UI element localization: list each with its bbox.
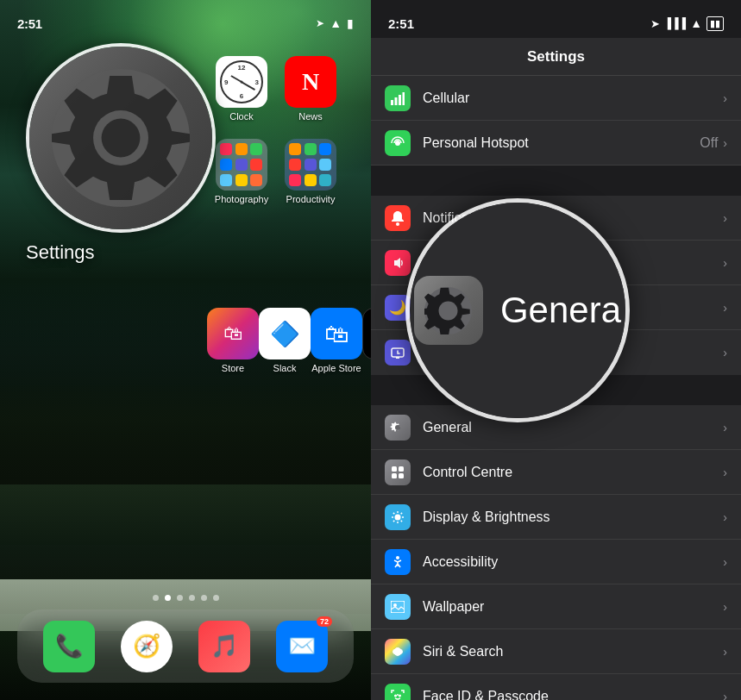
music-symbol: 🎵 xyxy=(210,633,238,659)
svg-line-22 xyxy=(393,512,394,513)
news-app-wrap[interactable]: N News xyxy=(279,56,342,122)
hotspot-value: Off xyxy=(700,135,718,151)
svg-rect-11 xyxy=(396,357,399,359)
clock-12: 12 xyxy=(238,64,246,72)
svg-point-2 xyxy=(102,119,141,158)
clock-app-wrap[interactable]: 12 3 6 9 Clock xyxy=(210,56,273,122)
general-gear-icon xyxy=(414,276,483,345)
app-row-3: 🛍 Store 🔷 Slack 🛍 Apple Store 📺 xyxy=(207,308,345,373)
page-dot-2 xyxy=(165,595,171,601)
applestore-app-wrap[interactable]: 🛍 Apple Store xyxy=(311,308,362,373)
folder-mini-8 xyxy=(235,174,248,186)
accessibility-icon xyxy=(385,549,411,575)
svg-rect-27 xyxy=(391,601,405,613)
photography-app-wrap[interactable]: Photography xyxy=(210,139,273,204)
cellular-label: Cellular xyxy=(423,91,723,106)
control-label: Control Centre xyxy=(423,465,723,480)
folder-mini-6 xyxy=(250,159,262,171)
dock-mail[interactable]: ✉️ 72 xyxy=(276,621,328,672)
store-app-wrap[interactable]: 🛍 Store xyxy=(207,308,259,373)
slack-app-label: Slack xyxy=(273,363,297,373)
folder-mini-5 xyxy=(235,159,248,171)
clock-minute-hand xyxy=(242,81,255,90)
page-dot-3 xyxy=(177,595,183,601)
focus-symbol: 🌙 xyxy=(389,299,406,316)
applestore-symbol: 🛍 xyxy=(324,320,349,348)
svg-rect-14 xyxy=(399,466,404,472)
screentime-svg xyxy=(391,346,405,359)
store-app-label: Store xyxy=(222,363,244,373)
siri-icon xyxy=(385,639,411,665)
applestore-icon: 🛍 xyxy=(311,308,362,359)
siri-svg xyxy=(392,646,404,658)
music-icon: 🎵 xyxy=(198,621,250,672)
settings-item-cellular[interactable]: Cellular › xyxy=(371,76,741,121)
dock-phone[interactable]: 📞 xyxy=(43,621,95,672)
safari-symbol: 🧭 xyxy=(133,633,160,659)
prod-mini-7 xyxy=(289,174,301,186)
screentime-chevron: › xyxy=(723,346,727,359)
svg-point-30 xyxy=(392,648,403,655)
notifications-icon xyxy=(385,205,411,231)
tv-app-wrap[interactable]: 📺 TV xyxy=(362,308,371,373)
store-icon-symbol: 🛍 xyxy=(223,322,242,345)
folder-mini-9 xyxy=(250,174,262,186)
productivity-app-wrap[interactable]: Productivity xyxy=(279,139,342,204)
clock-icon: 12 3 6 9 xyxy=(216,56,267,108)
left-panel: 2:51 ➤ ▲ ▮ Settings xyxy=(0,0,371,700)
page-dot-6 xyxy=(213,595,219,601)
clock-9: 9 xyxy=(224,78,228,86)
general-icon xyxy=(385,415,411,441)
folder-mini-7 xyxy=(220,174,232,186)
control-svg xyxy=(391,466,405,479)
svg-line-24 xyxy=(401,512,402,513)
status-bar-left: 2:51 ➤ ▲ ▮ xyxy=(0,0,371,38)
notifications-svg xyxy=(391,210,405,226)
settings-label-text: Settings xyxy=(26,241,95,263)
svg-rect-15 xyxy=(392,473,397,478)
sounds-chevron: › xyxy=(723,256,727,270)
control-chevron: › xyxy=(723,466,727,479)
cellular-bars-svg xyxy=(391,91,405,105)
status-time-right: 2:51 xyxy=(388,16,414,31)
prod-mini-5 xyxy=(305,159,317,171)
settings-item-wallpaper[interactable]: Wallpaper › xyxy=(371,584,741,629)
store-icon: 🛍 xyxy=(207,308,259,359)
wifi-icon-left: ▲ xyxy=(330,16,342,30)
faceid-chevron: › xyxy=(723,690,727,701)
wallpaper-svg xyxy=(391,601,405,613)
section-gap-1 xyxy=(371,166,741,196)
wallpaper-icon xyxy=(385,594,411,620)
faceid-svg xyxy=(391,690,405,701)
wifi-icon-right: ▲ xyxy=(690,16,702,30)
dock-music[interactable]: 🎵 xyxy=(198,621,250,672)
settings-item-display[interactable]: Display & Brightness › xyxy=(371,495,741,540)
page-dot-1 xyxy=(153,595,159,601)
tv-icon: 📺 xyxy=(362,308,371,359)
svg-rect-16 xyxy=(399,473,404,478)
settings-item-hotspot[interactable]: Personal Hotspot Off › xyxy=(371,121,741,166)
settings-item-accessibility[interactable]: Accessibility › xyxy=(371,540,741,584)
dock: 📞 🧭 🎵 ✉️ 72 xyxy=(17,609,354,683)
news-icon-inner: N xyxy=(285,56,336,108)
folder-mini-4 xyxy=(220,159,232,171)
status-bar-right: 2:51 ➤ ▐▐▐ ▲ ▮▮ xyxy=(371,0,741,38)
phone-icon: 📞 xyxy=(43,621,95,672)
dock-safari[interactable]: 🧭 xyxy=(121,621,173,672)
slack-app-wrap[interactable]: 🔷 Slack xyxy=(259,308,311,373)
svg-rect-3 xyxy=(391,100,393,105)
settings-item-control[interactable]: Control Centre › xyxy=(371,450,741,495)
prod-mini-2 xyxy=(305,143,317,155)
settings-item-faceid[interactable]: Face ID & Passcode › xyxy=(371,674,741,700)
slack-icon: 🔷 xyxy=(259,308,311,359)
svg-point-26 xyxy=(396,556,399,559)
svg-point-31 xyxy=(395,695,397,697)
siri-label: Siri & Search xyxy=(423,644,723,659)
location-icon-left: ➤ xyxy=(316,17,324,29)
display-label: Display & Brightness xyxy=(423,509,723,525)
settings-item-siri[interactable]: Siri & Search › xyxy=(371,629,741,674)
settings-title: Settings xyxy=(527,48,585,66)
svg-point-8 xyxy=(396,222,399,226)
productivity-folder-icon xyxy=(285,139,336,191)
general-chevron: › xyxy=(723,421,727,434)
